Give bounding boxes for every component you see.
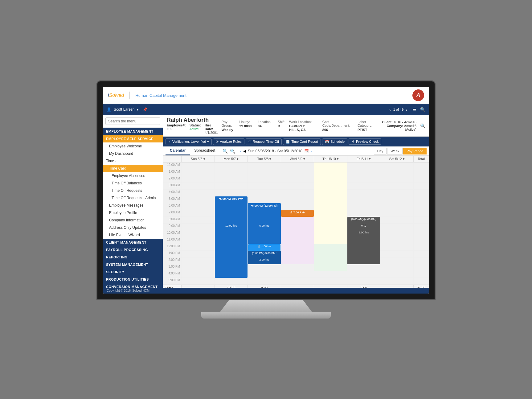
main-layout: EMPLOYEE MANAGEMENT EMPLOYEE SELF SERVIC… [103,115,429,288]
time-label-1200am: 12:00 AM [163,162,182,169]
sidebar-item-employee-messages[interactable]: Employee Messages [103,202,163,209]
sidebar-item-life-events-wizard[interactable]: Life Events Wizard [103,231,163,239]
sidebar-item-time-card[interactable]: Time Card [103,165,163,172]
employee-meta: Pay Group: Weekly Hourly: 29.0000 Locati… [222,120,285,132]
logo-area: iSolved Human Capital Management [108,92,186,99]
employee-name: Ralph Aberforth [167,117,218,123]
calendar-grid: Sun 5/6 ▾ Mon 5/7 ▾ Tue 5/8 ▾ Wed 5/9 ▾ … [163,156,429,288]
zoom-out-btn[interactable]: 🔍 [229,148,235,154]
verification-dropdown-icon: ▾ [207,140,209,144]
pay-period-view-btn[interactable]: Pay Period [403,148,427,154]
employee-number: Employee#: 102 [167,123,186,134]
next-week-btn[interactable]: › [311,149,312,154]
cell-wed-1200am[interactable] [281,162,314,169]
calendar-picker-icon[interactable]: 📅 [304,149,309,153]
cell-tue-1200am[interactable] [248,162,281,169]
nav-username[interactable]: Scott Larsen [114,107,134,112]
time-row-600am: 6:00 AM *6:00 AM-(12:00 PM) [163,203,429,210]
week-view-btn[interactable]: Week [387,148,403,154]
time-row-1000am: 10:00 AM 8.00 hrs [163,230,429,237]
sidebar-client-management-header[interactable]: CLIENT MANAGEMENT [103,239,163,246]
schedule-btn[interactable]: 📅 Schedule [322,138,347,145]
next-employee-btn[interactable]: › [406,107,407,112]
prev-employee-btn[interactable]: ‹ [389,107,391,112]
calendar-icon: ◷ [248,140,252,144]
preview-icon: 🖨 [351,140,355,143]
day-view-btn[interactable]: Day [374,148,387,154]
location-label: Location: [258,120,272,124]
total-hours-label: Total Hours [163,285,182,288]
sidebar-ess-header[interactable]: EMPLOYEE SELF SERVICE [103,135,163,142]
sidebar-production-utilities-header[interactable]: PRODUCTION UTILITIES [103,276,163,283]
logo-divider [129,92,130,99]
cell-fri-1200am[interactable] [347,162,381,169]
list-view-btn[interactable]: ☰ [412,107,416,112]
search-employees-btn[interactable]: 🔍 [420,107,425,112]
analyze-rules-btn[interactable]: ⟳ Analyze Rules [213,138,244,145]
sidebar-employee-management-header[interactable]: EMPLOYEE MANAGEMENT [103,128,163,135]
sidebar-search-input[interactable] [105,117,160,125]
time-chevron-icon: ‹ [115,159,116,163]
shift-label: Shift: [278,120,285,124]
preview-check-btn[interactable]: 🖨 Preview Check [349,138,381,145]
time-row-200am: 2:00 AM [163,176,429,183]
prev-week-btn[interactable]: ‹ [240,149,241,154]
time-row-700am: 7:00 AM ⚠ 7:00 AM- [163,210,429,217]
sidebar-payroll-processing-header[interactable]: PAYROLL PROCESSING [103,246,163,253]
employee-details: Employee#: 102 Status: Active Hire Date:… [167,123,218,134]
employee-status: Status: Active [190,123,201,134]
client-info: Client: 1016 - Acme16 Company: Acme16 (A… [381,120,416,131]
sidebar-item-time-off-balances[interactable]: Time Off Balances [103,179,163,187]
sidebar-item-time[interactable]: Time ‹ [103,157,163,165]
employee-header: Ralph Aberforth Employee#: 102 Status: A… [163,115,429,137]
time-row-400am: 4:00 AM [163,190,429,196]
tab-calendar[interactable]: Calendar [166,146,190,155]
footer-text: Copyright © 2016 iSolved HCM [107,289,149,292]
employee-hire-date: Hire Date: 4/1/2001 [205,123,218,134]
sidebar-item-employee-profile[interactable]: Employee Profile [103,209,163,216]
time-row-500pm: 5:00 PM [163,278,429,285]
total-fri: 8.00 [347,285,381,288]
time-row-300am: 3:00 AM [163,183,429,190]
top-bar: iSolved Human Capital Management A [103,87,429,104]
summary-area: Total Hours 10.00 8.00 8.00 26.00 [163,285,429,288]
verification-check-icon: ✓ [168,140,171,144]
sidebar-item-my-dashboard[interactable]: My Dashboard [103,150,163,157]
total-mon: 10.00 [215,285,248,288]
request-time-off-btn[interactable]: ◷ Request Time Off [246,138,282,145]
total-grand: 26.00 [414,285,429,288]
time-row-1200am: 12:00 AM [163,162,429,169]
zoom-in-btn[interactable]: 🔍 [222,148,228,154]
total-tue: 8.00 [248,285,281,288]
schedule-icon: 📅 [325,140,329,144]
time-header [163,156,182,162]
sidebar-item-company-information[interactable]: Company Information [103,216,163,224]
sidebar-item-time-off-requests[interactable]: Time Off Requests [103,187,163,194]
tab-spreadsheet[interactable]: Spreadsheet [190,146,219,155]
sidebar-item-address-only-updates[interactable]: Address Only Updates [103,224,163,231]
time-row-800am: 8:00 AM (8:00 AM)-(4:00 PM) [163,217,429,224]
total-wed [281,285,314,288]
time-card-report-btn[interactable]: 📄 Time Card Report [283,138,321,145]
cell-thu-1200am[interactable] [314,162,347,169]
sidebar-item-employee-absences[interactable]: Employee Absences [103,172,163,179]
sidebar-system-management-header[interactable]: SYSTEM MANAGEMENT [103,261,163,268]
verification-btn[interactable]: ✓ Verification: Unverified ▾ [166,138,212,145]
pin-icon[interactable]: 📌 [143,107,147,112]
col-wed: Wed 5/9 ▾ [281,156,314,162]
sidebar-conversion-management-header[interactable]: CONVERSION MANAGEMENT [103,283,163,288]
client-search-btn[interactable]: 🔍 [420,123,425,128]
cell-sun-1200am[interactable] [182,162,215,169]
cell-mon-1200am[interactable] [215,162,248,169]
sidebar-item-employee-welcome[interactable]: Employee Welcome [103,142,163,150]
col-mon: Mon 5/7 ▾ [215,156,248,162]
col-tue: Tue 5/8 ▾ [248,156,281,162]
sidebar-security-header[interactable]: SECURITY [103,268,163,276]
sidebar-item-time-off-requests-admin[interactable]: Time Off Requests - Admin [103,194,163,202]
sidebar-reporting-header[interactable]: REPORTING [103,253,163,261]
cell-sat-1200am[interactable] [380,162,414,169]
sidebar-search-area [103,115,163,128]
time-row-100pm: 1:00 PM (1:00 PM)-3:00 PM* [163,251,429,257]
report-icon: 📄 [286,140,290,144]
app-window: iSolved Human Capital Management A 👤 Sco… [103,87,429,294]
